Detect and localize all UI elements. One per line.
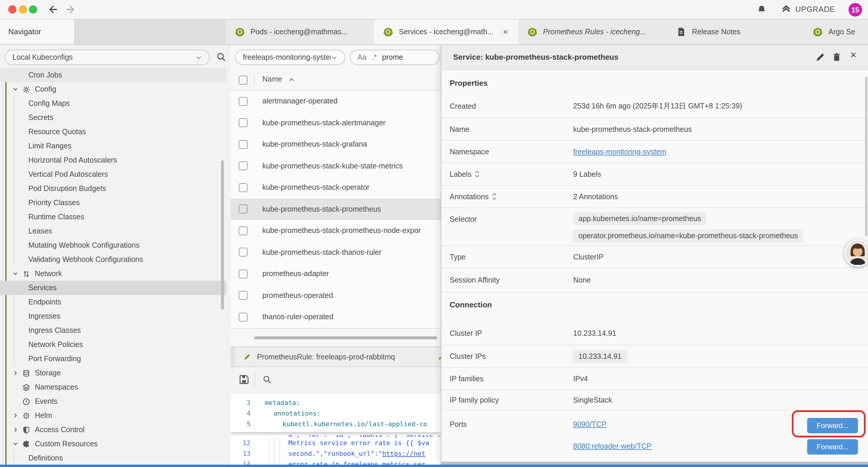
expand-collapse-icon[interactable] [492,193,497,200]
service-row[interactable]: kube-prometheus-stack-kube-state-metrics [230,155,441,177]
edit-pencil-icon [243,353,251,360]
row-checkbox[interactable] [239,205,248,213]
sidebar-item-ingresses[interactable]: Ingresses [0,309,226,323]
sidebar-scrollbar[interactable] [221,160,224,310]
edit-pencil-icon[interactable] [815,52,826,62]
sidebar-item-vertical-pod-autoscalers[interactable]: Vertical Pod Autoscalers [0,167,226,181]
sidebar-item-priority-classes[interactable]: Priority Classes [0,196,226,210]
sidebar-item-ingress-classes[interactable]: Ingress Classes [0,323,226,338]
yaml-editor[interactable]: 0", "for": "1m", "labels": { "service": … [230,394,441,467]
sidebar-group-storage[interactable]: Storage [0,366,226,380]
sidebar-item-config-maps[interactable]: Config Maps [0,96,226,111]
editor-search-icon[interactable] [262,375,272,384]
namespace-link[interactable]: freeleaps-monitoring-system [573,147,666,156]
detail-vertical-scrollbar[interactable] [865,77,867,236]
forward-port-button[interactable]: Forward... [807,439,858,455]
bottom-accent-bar [0,465,868,467]
tab-services[interactable]: Services - icecheng@math... × [374,19,519,44]
sidebar-item-validating-webhook-configurations[interactable]: Validating Webhook Configurations [0,253,226,267]
row-checkbox[interactable] [239,269,248,278]
sidebar-item-cron-jobs[interactable]: Cron Jobs [0,68,226,82]
sidebar-item-definitions[interactable]: Definitions [0,451,226,465]
row-checkbox[interactable] [239,248,248,257]
close-panel-icon[interactable]: × [850,50,860,60]
sidebar-item-namespaces[interactable]: Namespaces [0,380,226,394]
save-icon[interactable] [239,374,249,385]
notification-count-badge[interactable]: 15 [848,3,862,17]
service-row[interactable]: kube-prometheus-stack-alertmanager [230,112,441,134]
sidebar-group-access-control[interactable]: Access Control [0,423,226,437]
navigator-panel-tab[interactable]: Navigator [0,19,75,44]
sidebar-group-helm[interactable]: Helm [0,408,226,423]
service-row[interactable]: alertmanager-operated [230,90,441,113]
sort-ascending-icon[interactable] [288,78,295,82]
service-row[interactable]: kube-prometheus-stack-operator [230,177,441,199]
filter-input-box[interactable]: Aa .* [350,50,440,65]
kubeconfig-selector[interactable]: Local Kubeconfigs [5,50,210,65]
annotation-highlight-box [792,410,866,437]
port-link[interactable]: 8080:reloader-web/TCP [573,442,651,450]
sidebar-item-secrets[interactable]: Secrets [0,111,226,125]
service-row[interactable]: kube-prometheus-stack-prometheus-node-ex… [230,220,441,242]
sidebar-item-limit-ranges[interactable]: Limit Ranges [0,139,226,153]
forward-icon[interactable] [65,4,75,15]
sidebar-group-custom-resources[interactable]: Custom Resources [0,437,226,451]
back-icon[interactable] [48,4,59,15]
service-row[interactable]: kube-prometheus-stack-thanos-ruler [230,241,441,264]
row-checkbox[interactable] [239,140,248,149]
row-checkbox[interactable] [239,97,248,106]
filter-input[interactable] [382,53,417,61]
delete-trash-icon[interactable] [832,52,842,62]
match-case-icon[interactable]: Aa [358,53,367,61]
expand-collapse-icon[interactable] [474,170,480,178]
selector-chip: app.kubernetes.io/name=prometheus [573,212,706,225]
namespace-selector[interactable]: freeleaps-monitoring-system [235,50,345,65]
sidebar-item-services[interactable]: Services [0,281,226,295]
maximize-traffic-light[interactable] [29,5,37,13]
tab-pods[interactable]: Pods - icecheng@mathmas... [226,19,375,44]
detail-header: Service: kube-prometheus-stack-prometheu… [441,44,868,70]
select-all-checkbox[interactable] [239,76,248,85]
row-checkbox[interactable] [239,118,248,127]
sidebar-search-icon[interactable] [216,52,226,62]
sidebar-item-leases[interactable]: Leases [0,224,226,238]
minimize-traffic-light[interactable] [19,5,27,13]
sidebar-item-pod-disruption-budgets[interactable]: Pod Disruption Budgets [0,181,226,196]
upgrade-button[interactable]: UPGRADE [781,4,835,14]
tab-release-notes[interactable]: Release Notes [667,19,804,44]
sidebar-item-port-forwarding[interactable]: Port Forwarding [0,352,226,366]
close-tab-icon[interactable]: × [499,27,512,36]
regex-icon[interactable]: .* [372,53,377,61]
row-checkbox[interactable] [239,226,248,235]
horizontal-scrollbar[interactable] [254,337,437,339]
sidebar-item-resource-quotas[interactable]: Resource Quotas [0,125,226,139]
notifications-bell-icon[interactable] [757,5,766,14]
port-link[interactable]: 9090/TCP [573,420,607,429]
editor-tab-prometheusrule[interactable]: PrometheusRule: freeleaps-prod-rabbitmq [235,347,436,367]
close-traffic-light[interactable] [8,5,17,13]
sidebar-item-runtime-classes[interactable]: Runtime Classes [0,210,226,224]
detail-horizontal-scrollbar[interactable] [441,462,868,465]
row-checkbox[interactable] [239,162,248,170]
editor-tab-partial[interactable] [435,347,441,367]
sidebar-item-mutating-webhook-configurations[interactable]: Mutating Webhook Configurations [0,238,226,253]
row-checkbox[interactable] [239,183,248,192]
sidebar-item-events[interactable]: Events [0,394,226,408]
service-row-selected[interactable]: kube-prometheus-stack-prometheus [230,198,441,221]
sidebar-item-horizontal-pod-autoscalers[interactable]: Horizontal Pod Autoscalers [0,153,226,167]
row-checkbox[interactable] [239,291,248,300]
sidebar-item-endpoints[interactable]: Endpoints [0,295,226,309]
service-row[interactable]: thanos-ruler-operated [230,306,441,328]
sidebar-group-config[interactable]: Config [0,82,226,96]
yaml-runbook-link[interactable]: https://net [382,449,426,457]
tab-prometheus-rules[interactable]: Prometheus Rules - icecheng... [518,19,668,44]
tab-argo[interactable]: Argo Se [804,19,868,44]
service-row[interactable]: prometheus-adapter [230,263,441,285]
name-column-header[interactable]: Name [262,75,282,83]
row-checkbox[interactable] [239,313,248,321]
sidebar-group-network[interactable]: Network [0,267,226,281]
service-row[interactable]: prometheus-operated [230,285,441,307]
service-row[interactable]: kube-prometheus-stack-grafana [230,134,441,156]
editor-dock-tabbar: PrometheusRule: freeleaps-prod-rabbitmq [230,346,441,367]
sidebar-item-network-policies[interactable]: Network Policies [0,338,226,352]
